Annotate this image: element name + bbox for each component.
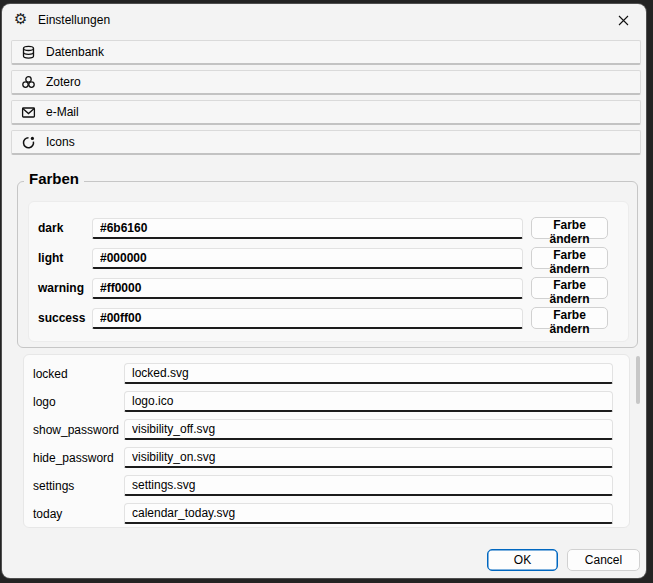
icon-label: hide_password <box>33 451 124 465</box>
close-icon <box>618 15 629 26</box>
section-label: Zotero <box>46 75 81 89</box>
icon-row-settings: settings <box>33 475 613 496</box>
color-row-warning: warning Farbe ändern <box>38 277 608 299</box>
mail-icon <box>20 104 36 120</box>
color-input-light[interactable] <box>92 248 523 269</box>
section-tab-email[interactable]: e-Mail <box>11 100 641 125</box>
color-label: dark <box>38 221 92 235</box>
gear-icon: ⚙ <box>14 11 27 27</box>
window-title: Einstellungen <box>38 13 110 27</box>
color-row-success: success Farbe ändern <box>38 307 608 329</box>
ok-button[interactable]: OK <box>487 549 558 571</box>
change-color-button[interactable]: Farbe ändern <box>531 247 608 269</box>
icon-file-input-locked[interactable] <box>124 363 613 384</box>
icon-row-logo: logo <box>33 391 613 412</box>
icon-row-hide-password: hide_password <box>33 447 613 468</box>
farben-group: Farben dark Farbe ändern light Farbe änd… <box>17 181 638 348</box>
icon-file-input-settings[interactable] <box>124 475 613 496</box>
icon-label: settings <box>33 479 124 493</box>
color-row-dark: dark Farbe ändern <box>38 217 608 239</box>
color-row-light: light Farbe ändern <box>38 247 608 269</box>
icon-file-input-hide-password[interactable] <box>124 447 613 468</box>
color-input-success[interactable] <box>92 308 523 329</box>
icon-file-input-show-password[interactable] <box>124 419 613 440</box>
database-icon <box>20 44 36 60</box>
color-input-warning[interactable] <box>92 278 523 299</box>
section-tab-zotero[interactable]: Zotero <box>11 70 641 95</box>
icon-file-input-logo[interactable] <box>124 391 613 412</box>
settings-accordion: Datenbank Zotero e-Mail <box>11 40 641 160</box>
color-input-dark[interactable] <box>92 218 523 239</box>
change-color-button[interactable]: Farbe ändern <box>531 217 608 239</box>
close-button[interactable] <box>608 10 638 31</box>
color-label: light <box>38 251 92 265</box>
icon-label: show_password <box>33 423 124 437</box>
section-tab-icons[interactable]: Icons <box>11 130 641 155</box>
section-label: e-Mail <box>46 105 79 119</box>
zotero-icon <box>20 74 36 90</box>
settings-dialog: ⚙ Einstellungen Datenbank <box>2 4 646 578</box>
icon-row-locked: locked <box>33 363 613 384</box>
change-color-button[interactable]: Farbe ändern <box>531 277 608 299</box>
icon-row-show-password: show_password <box>33 419 613 440</box>
color-label: warning <box>38 281 92 295</box>
icon-label: locked <box>33 367 124 381</box>
section-label: Icons <box>46 135 75 149</box>
cancel-button[interactable]: Cancel <box>567 549 640 571</box>
vertical-scrollbar-thumb[interactable] <box>636 356 640 404</box>
change-color-button[interactable]: Farbe ändern <box>531 307 608 329</box>
icons-list-panel: locked logo show_password hide_password … <box>23 354 630 528</box>
icon-label: logo <box>33 395 124 409</box>
color-label: success <box>38 311 92 325</box>
icon-file-input-today[interactable] <box>124 503 613 524</box>
section-tab-datenbank[interactable]: Datenbank <box>11 40 641 65</box>
farben-group-title: Farben <box>24 170 84 187</box>
section-label: Datenbank <box>46 45 104 59</box>
refresh-dot-icon <box>20 134 36 150</box>
titlebar[interactable]: ⚙ Einstellungen <box>2 4 646 36</box>
icon-label: today <box>33 507 124 521</box>
icon-row-today: today <box>33 503 613 524</box>
